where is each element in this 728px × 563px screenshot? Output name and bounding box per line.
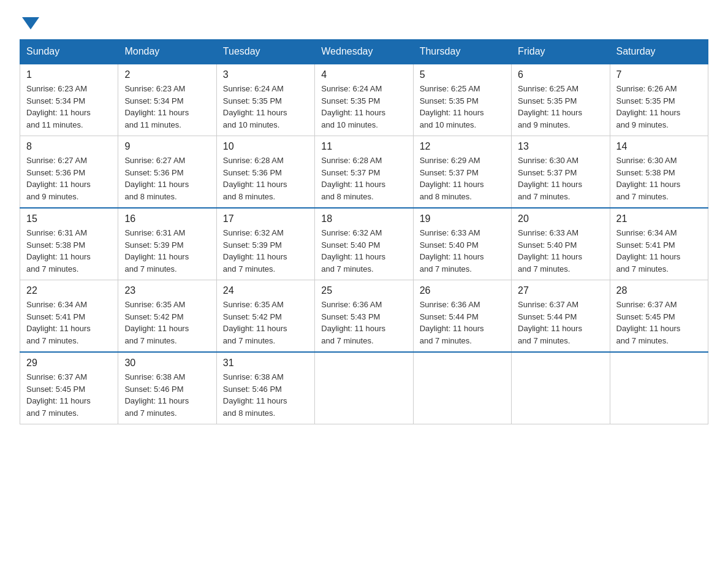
calendar-cell: [610, 352, 708, 424]
calendar-cell: 5 Sunrise: 6:25 AMSunset: 5:35 PMDayligh…: [413, 64, 511, 136]
day-number: 18: [321, 213, 406, 224]
calendar-cell: 25 Sunrise: 6:36 AMSunset: 5:43 PMDaylig…: [315, 280, 413, 353]
calendar-cell: 8 Sunrise: 6:27 AMSunset: 5:36 PMDayligh…: [20, 136, 118, 209]
day-info: Sunrise: 6:38 AMSunset: 5:46 PMDaylight:…: [223, 371, 308, 419]
calendar-cell: 6 Sunrise: 6:25 AMSunset: 5:35 PMDayligh…: [512, 64, 610, 136]
day-info: Sunrise: 6:35 AMSunset: 5:42 PMDaylight:…: [223, 299, 308, 347]
day-number: 8: [26, 141, 112, 152]
day-number: 25: [321, 285, 406, 296]
calendar-cell: [512, 352, 610, 424]
day-number: 10: [223, 141, 308, 152]
day-info: Sunrise: 6:26 AMSunset: 5:35 PMDaylight:…: [616, 83, 702, 131]
day-number: 16: [124, 213, 210, 224]
day-number: 20: [518, 213, 603, 224]
day-info: Sunrise: 6:27 AMSunset: 5:36 PMDaylight:…: [124, 155, 210, 202]
day-number: 6: [518, 69, 603, 80]
week-row-2: 8 Sunrise: 6:27 AMSunset: 5:36 PMDayligh…: [20, 136, 708, 209]
day-number: 14: [616, 141, 702, 152]
logo: [20, 15, 39, 29]
day-info: Sunrise: 6:38 AMSunset: 5:46 PMDaylight:…: [124, 371, 210, 419]
day-number: 29: [26, 358, 112, 369]
calendar-cell: 23 Sunrise: 6:35 AMSunset: 5:42 PMDaylig…: [118, 280, 216, 353]
calendar-cell: 22 Sunrise: 6:34 AMSunset: 5:41 PMDaylig…: [20, 280, 118, 353]
day-info: Sunrise: 6:34 AMSunset: 5:41 PMDaylight:…: [26, 299, 112, 347]
calendar-cell: 2 Sunrise: 6:23 AMSunset: 5:34 PMDayligh…: [118, 64, 216, 136]
week-row-5: 29 Sunrise: 6:37 AMSunset: 5:45 PMDaylig…: [20, 352, 708, 424]
calendar-cell: 3 Sunrise: 6:24 AMSunset: 5:35 PMDayligh…: [216, 64, 314, 136]
day-info: Sunrise: 6:37 AMSunset: 5:45 PMDaylight:…: [616, 299, 702, 347]
day-info: Sunrise: 6:36 AMSunset: 5:43 PMDaylight:…: [321, 299, 406, 347]
day-info: Sunrise: 6:35 AMSunset: 5:42 PMDaylight:…: [124, 299, 210, 347]
day-info: Sunrise: 6:31 AMSunset: 5:39 PMDaylight:…: [124, 227, 210, 275]
day-number: 27: [518, 285, 603, 296]
page-header: [20, 15, 708, 29]
calendar-cell: 7 Sunrise: 6:26 AMSunset: 5:35 PMDayligh…: [610, 64, 708, 136]
day-info: Sunrise: 6:31 AMSunset: 5:38 PMDaylight:…: [26, 227, 112, 275]
day-info: Sunrise: 6:33 AMSunset: 5:40 PMDaylight:…: [420, 227, 505, 275]
logo-triangle-icon: [22, 17, 39, 29]
day-info: Sunrise: 6:23 AMSunset: 5:34 PMDaylight:…: [124, 83, 210, 131]
day-info: Sunrise: 6:32 AMSunset: 5:39 PMDaylight:…: [223, 227, 308, 275]
header-monday: Monday: [118, 40, 216, 64]
day-info: Sunrise: 6:33 AMSunset: 5:40 PMDaylight:…: [518, 227, 603, 275]
day-number: 13: [518, 141, 603, 152]
day-number: 22: [26, 285, 112, 296]
calendar-header-row: SundayMondayTuesdayWednesdayThursdayFrid…: [20, 40, 708, 64]
day-info: Sunrise: 6:37 AMSunset: 5:45 PMDaylight:…: [26, 371, 112, 419]
day-info: Sunrise: 6:25 AMSunset: 5:35 PMDaylight:…: [420, 83, 505, 131]
day-info: Sunrise: 6:30 AMSunset: 5:38 PMDaylight:…: [616, 155, 702, 202]
week-row-3: 15 Sunrise: 6:31 AMSunset: 5:38 PMDaylig…: [20, 208, 708, 280]
day-info: Sunrise: 6:29 AMSunset: 5:37 PMDaylight:…: [420, 155, 505, 202]
calendar-cell: [413, 352, 511, 424]
day-info: Sunrise: 6:27 AMSunset: 5:36 PMDaylight:…: [26, 155, 112, 202]
calendar-cell: 15 Sunrise: 6:31 AMSunset: 5:38 PMDaylig…: [20, 208, 118, 280]
day-number: 1: [26, 69, 112, 80]
calendar-cell: 1 Sunrise: 6:23 AMSunset: 5:34 PMDayligh…: [20, 64, 118, 136]
day-info: Sunrise: 6:36 AMSunset: 5:44 PMDaylight:…: [420, 299, 505, 347]
calendar-table: SundayMondayTuesdayWednesdayThursdayFrid…: [20, 39, 708, 424]
header-wednesday: Wednesday: [315, 40, 413, 64]
day-number: 5: [420, 69, 505, 80]
day-number: 23: [124, 285, 210, 296]
day-number: 19: [420, 213, 505, 224]
calendar-cell: 13 Sunrise: 6:30 AMSunset: 5:37 PMDaylig…: [512, 136, 610, 209]
week-row-1: 1 Sunrise: 6:23 AMSunset: 5:34 PMDayligh…: [20, 64, 708, 136]
calendar-cell: 19 Sunrise: 6:33 AMSunset: 5:40 PMDaylig…: [413, 208, 511, 280]
day-number: 11: [321, 141, 406, 152]
day-info: Sunrise: 6:28 AMSunset: 5:37 PMDaylight:…: [321, 155, 406, 202]
day-number: 7: [616, 69, 702, 80]
calendar-cell: 27 Sunrise: 6:37 AMSunset: 5:44 PMDaylig…: [512, 280, 610, 353]
calendar-cell: 10 Sunrise: 6:28 AMSunset: 5:36 PMDaylig…: [216, 136, 314, 209]
day-number: 9: [124, 141, 210, 152]
day-info: Sunrise: 6:23 AMSunset: 5:34 PMDaylight:…: [26, 83, 112, 131]
header-saturday: Saturday: [610, 40, 708, 64]
day-info: Sunrise: 6:28 AMSunset: 5:36 PMDaylight:…: [223, 155, 308, 202]
calendar-cell: 30 Sunrise: 6:38 AMSunset: 5:46 PMDaylig…: [118, 352, 216, 424]
calendar-cell: 26 Sunrise: 6:36 AMSunset: 5:44 PMDaylig…: [413, 280, 511, 353]
day-info: Sunrise: 6:25 AMSunset: 5:35 PMDaylight:…: [518, 83, 603, 131]
calendar-cell: 20 Sunrise: 6:33 AMSunset: 5:40 PMDaylig…: [512, 208, 610, 280]
day-info: Sunrise: 6:32 AMSunset: 5:40 PMDaylight:…: [321, 227, 406, 275]
day-info: Sunrise: 6:37 AMSunset: 5:44 PMDaylight:…: [518, 299, 603, 347]
calendar-cell: [315, 352, 413, 424]
day-number: 12: [420, 141, 505, 152]
calendar-cell: 9 Sunrise: 6:27 AMSunset: 5:36 PMDayligh…: [118, 136, 216, 209]
day-info: Sunrise: 6:30 AMSunset: 5:37 PMDaylight:…: [518, 155, 603, 202]
day-info: Sunrise: 6:24 AMSunset: 5:35 PMDaylight:…: [321, 83, 406, 131]
header-friday: Friday: [512, 40, 610, 64]
calendar-cell: 4 Sunrise: 6:24 AMSunset: 5:35 PMDayligh…: [315, 64, 413, 136]
day-number: 4: [321, 69, 406, 80]
day-number: 31: [223, 358, 308, 369]
header-thursday: Thursday: [413, 40, 511, 64]
day-number: 24: [223, 285, 308, 296]
calendar-cell: 16 Sunrise: 6:31 AMSunset: 5:39 PMDaylig…: [118, 208, 216, 280]
calendar-cell: 24 Sunrise: 6:35 AMSunset: 5:42 PMDaylig…: [216, 280, 314, 353]
day-info: Sunrise: 6:24 AMSunset: 5:35 PMDaylight:…: [223, 83, 308, 131]
day-number: 3: [223, 69, 308, 80]
day-number: 15: [26, 213, 112, 224]
calendar-cell: 18 Sunrise: 6:32 AMSunset: 5:40 PMDaylig…: [315, 208, 413, 280]
calendar-cell: 14 Sunrise: 6:30 AMSunset: 5:38 PMDaylig…: [610, 136, 708, 209]
day-number: 28: [616, 285, 702, 296]
calendar-cell: 11 Sunrise: 6:28 AMSunset: 5:37 PMDaylig…: [315, 136, 413, 209]
day-number: 21: [616, 213, 702, 224]
